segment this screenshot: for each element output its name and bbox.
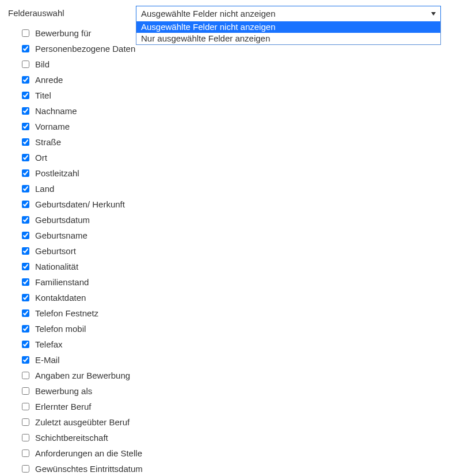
field-label: Straße [35, 137, 61, 147]
field-checkbox[interactable] [22, 325, 29, 333]
field-item: Straße [22, 134, 441, 150]
field-item: Nachname [22, 103, 441, 119]
field-label: Bild [35, 59, 50, 69]
field-label: Ort [35, 153, 47, 163]
field-label: Schichtbereitschaft [35, 433, 108, 443]
field-item: Geburtsort [22, 243, 441, 259]
field-item: Schichtbereitschaft [22, 430, 441, 445]
field-item: Angaben zur Bewerbung [22, 368, 441, 383]
field-label: Kontaktdaten [35, 293, 86, 303]
field-item: Telefon Festnetz [22, 305, 441, 321]
field-label: E-Mail [35, 355, 60, 365]
field-label: Anforderungen an die Stelle [35, 448, 142, 458]
field-visibility-dropdown: Ausgewählte Felder nicht anzeigenNur aus… [136, 21, 441, 45]
field-item: Anrede [22, 72, 441, 88]
field-checkbox[interactable] [22, 61, 29, 68]
field-checkbox[interactable] [22, 341, 29, 348]
field-item: Anforderungen an die Stelle [22, 445, 441, 461]
field-label: Familienstand [35, 277, 89, 287]
field-label: Angaben zur Bewerbung [35, 371, 130, 380]
dropdown-option[interactable]: Nur ausgewählte Felder anzeigen [136, 33, 440, 44]
field-checkbox[interactable] [22, 449, 29, 457]
field-item: Telefon mobil [22, 321, 441, 337]
field-checkbox[interactable] [22, 263, 29, 270]
field-list: Bewerbung fürPersonenbezogene DatenBildA… [22, 25, 441, 476]
field-checkbox[interactable] [22, 247, 29, 255]
field-label: Gewünschtes Eintrittsdatum [35, 464, 143, 474]
field-checkbox[interactable] [22, 294, 29, 301]
field-label: Personenbezogene Daten [35, 44, 135, 54]
field-label: Bewerbung für [35, 28, 92, 38]
field-checkbox[interactable] [22, 92, 29, 99]
field-checkbox[interactable] [22, 418, 29, 426]
field-label: Bewerbung als [35, 386, 92, 396]
field-label: Telefax [35, 339, 63, 349]
field-item: Zuletzt ausgeübter Beruf [22, 414, 441, 430]
field-item: Familienstand [22, 274, 441, 290]
field-label: Nationalität [35, 262, 78, 271]
field-label: Geburtsname [35, 231, 87, 240]
field-item: Gewünschtes Eintrittsdatum [22, 461, 441, 476]
field-item: Geburtsdaten/ Herkunft [22, 197, 441, 212]
section-label: Felderauswahl [8, 6, 136, 18]
field-label: Land [35, 184, 54, 194]
field-label: Nachname [35, 106, 77, 116]
field-label: Geburtsdaten/ Herkunft [35, 199, 125, 209]
field-label: Vorname [35, 122, 70, 131]
field-checkbox[interactable] [22, 29, 29, 37]
field-checkbox[interactable] [22, 465, 29, 473]
field-item: Telefax [22, 337, 441, 352]
field-item: Bewerbung als [22, 383, 441, 399]
field-checkbox[interactable] [22, 76, 29, 84]
field-checkbox[interactable] [22, 138, 29, 146]
field-checkbox[interactable] [22, 387, 29, 395]
field-checkbox[interactable] [22, 107, 29, 115]
field-item: Ort [22, 150, 441, 165]
field-checkbox[interactable] [22, 372, 29, 379]
field-label: Anrede [35, 75, 63, 85]
field-item: Bild [22, 56, 441, 72]
chevron-down-icon [431, 12, 436, 16]
dropdown-option[interactable]: Ausgewählte Felder nicht anzeigen [136, 21, 440, 33]
field-checkbox[interactable] [22, 216, 29, 224]
field-item: Land [22, 181, 441, 197]
field-checkbox[interactable] [22, 185, 29, 192]
field-checkbox[interactable] [22, 45, 29, 52]
field-label: Geburtsdatum [35, 215, 90, 225]
field-label: Postleitzahl [35, 168, 79, 178]
field-label: Geburtsort [35, 246, 76, 256]
field-item: Nationalität [22, 259, 441, 274]
field-item: Kontaktdaten [22, 290, 441, 305]
select-current-value: Ausgewählte Felder nicht anzeigen [141, 9, 275, 18]
field-item: Geburtsname [22, 228, 441, 243]
field-checkbox[interactable] [22, 169, 29, 177]
field-item: Geburtsdatum [22, 212, 441, 228]
field-checkbox[interactable] [22, 123, 29, 130]
field-checkbox[interactable] [22, 356, 29, 364]
field-label: Titel [35, 90, 51, 100]
field-checkbox[interactable] [22, 403, 29, 410]
field-checkbox[interactable] [22, 154, 29, 161]
field-checkbox[interactable] [22, 309, 29, 317]
field-checkbox[interactable] [22, 278, 29, 286]
field-item: Titel [22, 88, 441, 103]
field-checkbox[interactable] [22, 232, 29, 239]
field-item: Erlernter Beruf [22, 399, 441, 414]
field-label: Erlernter Beruf [35, 402, 92, 411]
field-item: E-Mail [22, 352, 441, 368]
field-item: Postleitzahl [22, 165, 441, 181]
field-checkbox[interactable] [22, 434, 29, 441]
field-label: Zuletzt ausgeübter Beruf [35, 417, 130, 427]
field-label: Telefon mobil [35, 324, 86, 334]
field-visibility-select[interactable]: Ausgewählte Felder nicht anzeigen [136, 6, 441, 22]
field-item: Vorname [22, 119, 441, 134]
field-label: Telefon Festnetz [35, 308, 98, 318]
field-checkbox[interactable] [22, 201, 29, 208]
